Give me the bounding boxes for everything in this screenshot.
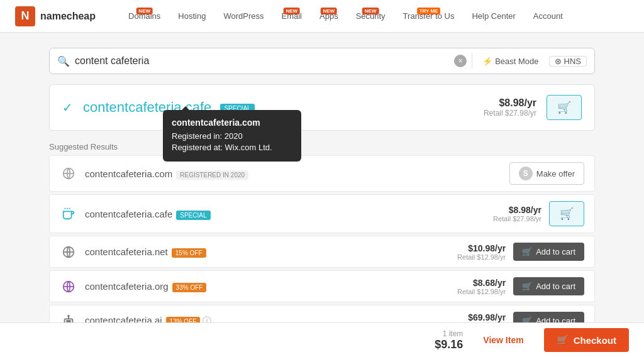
logo-icon: N	[15, 6, 35, 26]
nav-item-wordpress[interactable]: WordPress	[216, 8, 271, 25]
nav-item-security[interactable]: NEWSecurity	[348, 8, 393, 25]
nav-item-label: Account	[533, 11, 563, 21]
nav-badge: NEW	[320, 8, 337, 14]
nav-item-label: Hosting	[178, 11, 206, 21]
beast-mode-toggle[interactable]: ⚡ Beast Mode	[477, 57, 543, 66]
checkout-label: Checkout	[574, 335, 616, 346]
checkout-cart-icon: 🛒	[557, 334, 569, 346]
navbar: N namecheap NEWDomainsHostingWordPressNE…	[0, 0, 644, 33]
svg-point-9	[68, 315, 69, 316]
featured-cart-button[interactable]: 🛒	[547, 95, 582, 120]
domain-icon	[60, 243, 77, 261]
registered-badge: REGISTERED IN 2020	[176, 170, 248, 180]
checkout-button[interactable]: 🛒 Checkout	[544, 328, 629, 352]
hns-label: HNS	[564, 57, 581, 66]
domain-icon	[60, 165, 77, 182]
bottom-bar: 1 item $9.16 View Item 🛒 Checkout	[0, 322, 644, 357]
make-offer-button[interactable]: S Make offer	[509, 162, 584, 185]
search-icon: 🔍	[57, 55, 70, 67]
hns-icon: ⊛	[555, 57, 562, 66]
view-item-button[interactable]: View Item	[473, 330, 533, 350]
row-price: $8.98/yr	[493, 205, 541, 215]
domain-name: contentcafeteria.org33% OFF	[85, 281, 450, 292]
nav-badge: NEW	[362, 8, 379, 14]
nav-badge: NEW	[136, 8, 153, 14]
add-to-cart-button[interactable]: 🛒 Add to cart	[513, 243, 584, 261]
nav-items: NEWDomainsHostingWordPressNEWEmailNEWApp…	[121, 8, 629, 25]
special-badge: SPECIAL	[176, 211, 210, 220]
domain-name: contentcafeteria.cafeSPECIAL	[85, 209, 486, 219]
nav-item-label: WordPress	[223, 11, 264, 21]
nav-item-label: Help Center	[472, 11, 515, 21]
nav-item-email[interactable]: NEWEmail	[274, 8, 309, 25]
tooltip-registered-line: Registered in: 2020	[172, 131, 292, 141]
featured-result: ✓ contentcafeteria.cafe SPECIAL $8.98/yr…	[49, 84, 595, 131]
search-input[interactable]	[75, 55, 449, 67]
domain-name: contentcafeteria.comREGISTERED IN 2020	[85, 168, 502, 179]
nav-item-apps[interactable]: NEWApps	[312, 8, 346, 25]
hns-button[interactable]: ⊛ HNS	[549, 56, 587, 67]
nav-item-domains[interactable]: NEWDomains	[121, 8, 168, 25]
offer-icon: S	[519, 167, 533, 180]
domain-icon	[60, 205, 77, 222]
featured-price: $8.98/yr	[484, 97, 536, 109]
svg-rect-7	[67, 321, 68, 322]
row-retail: Retail $12.98/yr	[457, 253, 506, 261]
beast-mode-label: Beast Mode	[495, 57, 538, 66]
suggested-results-header: Suggested Results	[49, 136, 595, 155]
discount-badge: 33% OFF	[172, 283, 207, 292]
discount-badge: 15% OFF	[172, 248, 206, 258]
suggested-row: contentcafeteria.comREGISTERED IN 2020 S…	[49, 155, 595, 192]
tooltip-registrar-line: Registered at: Wix.com Ltd.	[172, 143, 292, 152]
tooltip-popup: contentcafeteria.com Registered in: 2020…	[163, 110, 301, 162]
search-bar: 🔍 × ⚡ Beast Mode ⊛ HNS	[49, 48, 595, 74]
row-price: $8.68/yr	[457, 278, 506, 288]
row-price: $69.98/yr	[457, 312, 506, 322]
make-offer-label: Make offer	[536, 169, 575, 178]
nav-item-help-center[interactable]: Help Center	[464, 8, 523, 25]
cart-summary: 1 item $9.16	[435, 329, 463, 351]
tooltip-domain: contentcafeteria.com	[172, 118, 292, 128]
row-price: $10.98/yr	[457, 243, 506, 253]
cart-total: $9.16	[435, 338, 463, 351]
featured-retail: Retail $27.98/yr	[484, 109, 536, 118]
domain-name: contentcafeteria.net15% OFF	[85, 246, 450, 257]
suggested-rows-container: contentcafeteria.comREGISTERED IN 2020 S…	[49, 155, 595, 337]
nav-badge: TRY ME	[417, 8, 441, 14]
featured-price-section: $8.98/yr Retail $27.98/yr	[484, 97, 536, 118]
nav-item-transfer-to-us[interactable]: TRY METransfer to Us	[396, 8, 462, 25]
suggested-row: contentcafeteria.cafeSPECIAL $8.98/yr Re…	[49, 194, 595, 233]
beast-mode-icon: ⚡	[482, 57, 492, 66]
search-clear-button[interactable]: ×	[454, 55, 467, 67]
checkmark-icon: ✓	[62, 100, 73, 115]
row-retail: Retail $27.98/yr	[493, 215, 541, 222]
search-divider	[472, 53, 472, 69]
cart-button-teal[interactable]: 🛒	[549, 201, 584, 226]
add-to-cart-button[interactable]: 🛒 Add to cart	[513, 277, 584, 295]
svg-rect-8	[69, 321, 70, 322]
nav-item-hosting[interactable]: Hosting	[170, 8, 213, 25]
logo-text: namecheap	[40, 11, 96, 22]
domain-icon	[60, 278, 77, 295]
suggested-row: contentcafeteria.org33% OFF $8.68/yr Ret…	[49, 270, 595, 302]
row-retail: Retail $12.98/yr	[457, 288, 506, 295]
logo[interactable]: N namecheap	[15, 6, 96, 26]
cart-item-count: 1 item	[435, 329, 463, 338]
nav-badge: NEW	[283, 8, 300, 14]
suggested-row: contentcafeteria.net15% OFF $10.98/yr Re…	[49, 236, 595, 268]
nav-item-account[interactable]: Account	[526, 8, 570, 25]
main-content: 🔍 × ⚡ Beast Mode ⊛ HNS ✓ contentcafeteri…	[39, 48, 605, 357]
